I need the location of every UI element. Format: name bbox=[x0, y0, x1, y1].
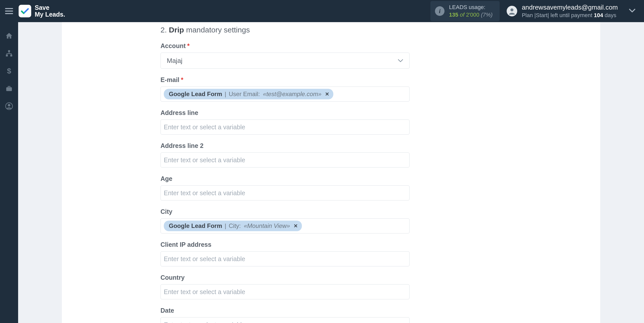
leads-usage-widget[interactable]: i LEADS usage: 135 of 2'000 (7%) bbox=[430, 1, 500, 21]
city-label: City bbox=[160, 208, 410, 215]
address2-text-input[interactable] bbox=[164, 155, 406, 165]
age-label: Age bbox=[160, 175, 410, 182]
sidebar-briefcase-icon[interactable] bbox=[5, 85, 13, 93]
svg-point-7 bbox=[8, 104, 10, 106]
avatar-icon bbox=[507, 6, 517, 16]
client-ip-label: Client IP address bbox=[160, 241, 410, 248]
sidebar-home-icon[interactable] bbox=[5, 32, 13, 40]
user-info: andrewsavemyleads@gmail.com Plan |Start|… bbox=[522, 3, 618, 19]
logo-icon bbox=[19, 5, 31, 17]
field-client-ip: Client IP address bbox=[160, 241, 410, 266]
email-tag-remove[interactable]: ✕ bbox=[325, 91, 329, 97]
client-ip-text-input[interactable] bbox=[164, 254, 406, 264]
section-title: 2. Drip mandatory settings bbox=[160, 26, 410, 34]
city-tag-remove[interactable]: ✕ bbox=[294, 223, 298, 229]
field-account: Account* Majaj bbox=[160, 42, 410, 69]
sidebar-nav: $ bbox=[0, 22, 18, 323]
date-input[interactable] bbox=[160, 317, 410, 323]
field-address1: Address line bbox=[160, 109, 410, 135]
country-label: Country bbox=[160, 274, 410, 281]
chevron-down-icon bbox=[398, 59, 403, 62]
field-email: E-mail* Google Lead Form | User Email: «… bbox=[160, 76, 410, 102]
svg-point-0 bbox=[510, 8, 513, 11]
country-input[interactable] bbox=[160, 284, 410, 299]
address1-input[interactable] bbox=[160, 119, 410, 135]
account-label: Account* bbox=[160, 42, 410, 50]
email-label: E-mail* bbox=[160, 76, 410, 84]
field-address2: Address line 2 bbox=[160, 142, 410, 168]
city-input[interactable]: Google Lead Form | City: «Mountain View»… bbox=[160, 218, 410, 233]
svg-rect-3 bbox=[10, 55, 12, 57]
account-select[interactable]: Majaj bbox=[160, 53, 410, 69]
hamburger-menu-button[interactable] bbox=[0, 0, 18, 22]
address2-input[interactable] bbox=[160, 152, 410, 168]
email-input[interactable]: Google Lead Form | User Email: «test@exa… bbox=[160, 87, 410, 102]
field-age: Age bbox=[160, 175, 410, 200]
svg-rect-5 bbox=[6, 87, 12, 91]
address1-label: Address line bbox=[160, 109, 410, 116]
date-text-input[interactable] bbox=[164, 319, 406, 323]
user-menu-caret[interactable] bbox=[618, 8, 638, 14]
user-account-widget[interactable]: andrewsavemyleads@gmail.com Plan |Start|… bbox=[507, 3, 618, 19]
svg-rect-1 bbox=[8, 50, 10, 52]
address2-label: Address line 2 bbox=[160, 142, 410, 149]
address1-text-input[interactable] bbox=[164, 122, 406, 132]
field-date: Date bbox=[160, 307, 410, 323]
brand-logo[interactable]: Save My Leads. bbox=[19, 4, 65, 18]
account-value: Majaj bbox=[167, 57, 182, 65]
country-text-input[interactable] bbox=[164, 287, 406, 297]
field-city: City Google Lead Form | City: «Mountain … bbox=[160, 208, 410, 233]
sidebar-integrations-icon[interactable] bbox=[5, 49, 13, 57]
sidebar-account-icon[interactable] bbox=[5, 102, 13, 110]
email-variable-tag: Google Lead Form | User Email: «test@exa… bbox=[164, 89, 333, 99]
date-label: Date bbox=[160, 307, 410, 314]
client-ip-input[interactable] bbox=[160, 251, 410, 266]
brand-name: Save My Leads. bbox=[35, 4, 65, 18]
hamburger-icon bbox=[5, 8, 13, 14]
top-bar: Save My Leads. i LEADS usage: 135 of 2'0… bbox=[0, 0, 644, 22]
age-input[interactable] bbox=[160, 185, 410, 200]
svg-text:$: $ bbox=[7, 67, 11, 75]
svg-rect-2 bbox=[6, 55, 8, 57]
city-variable-tag: Google Lead Form | City: «Mountain View»… bbox=[164, 221, 302, 231]
age-text-input[interactable] bbox=[164, 188, 406, 198]
field-country: Country bbox=[160, 274, 410, 299]
leads-usage-text: LEADS usage: 135 of 2'000 (7%) bbox=[449, 4, 493, 18]
content-area: 2. Drip mandatory settings Account* Maja… bbox=[18, 22, 644, 323]
sidebar-billing-icon[interactable]: $ bbox=[5, 67, 13, 75]
info-icon: i bbox=[435, 6, 445, 16]
settings-panel: 2. Drip mandatory settings Account* Maja… bbox=[62, 22, 600, 323]
